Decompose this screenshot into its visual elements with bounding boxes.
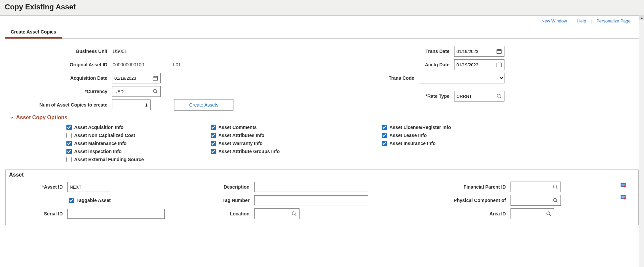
vertical-scrollbar[interactable]: ▴ [639, 15, 644, 267]
create-assets-button[interactable]: Create Assets [174, 99, 233, 111]
asset-group-legend: Asset [9, 172, 24, 178]
physical-component-field[interactable] [511, 195, 561, 206]
option-asset-attributes-info: Asset Attributes Info [209, 131, 380, 139]
taggable-row: Taggable Asset [10, 195, 203, 206]
num-copies-input[interactable] [112, 99, 151, 110]
help-link[interactable]: Help [574, 18, 590, 23]
taggable-checkbox[interactable] [69, 198, 74, 203]
link-separator: | [591, 18, 592, 23]
option-asset-comments: Asset Comments [209, 123, 380, 131]
acctg-date-row: Acctg Date [411, 59, 504, 70]
option-asset-maintenance-info: Asset Maintenance Info [65, 139, 209, 147]
option-label: Asset Non Capitalized Cost [74, 133, 135, 138]
option-checkbox[interactable] [382, 125, 387, 130]
calendar-icon[interactable] [494, 60, 504, 70]
rate-type-label: *Rate Type [411, 93, 451, 99]
rate-type-field[interactable] [454, 91, 504, 102]
location-row: Location [207, 208, 419, 219]
new-window-link[interactable]: New Window [538, 18, 570, 23]
option-checkbox[interactable] [211, 133, 216, 138]
svg-point-1 [153, 89, 156, 92]
acctg-date-field[interactable] [454, 59, 504, 70]
option-label: Asset Attributes Info [218, 133, 264, 138]
option-checkbox[interactable] [382, 141, 387, 146]
financial-parent-id-input[interactable] [511, 182, 550, 192]
option-checkbox[interactable] [211, 141, 216, 146]
option-label: Asset Maintenance Info [74, 141, 126, 146]
personalize-page-link[interactable]: Personalize Page [593, 18, 634, 23]
currency-input[interactable] [112, 87, 150, 96]
option-checkbox[interactable] [211, 149, 216, 154]
asset-copy-options-title: Asset Copy Options [16, 115, 67, 121]
currency-row: *Currency [5, 86, 253, 97]
physical-component-input[interactable] [511, 196, 550, 205]
search-icon[interactable] [150, 86, 160, 96]
svg-rect-3 [497, 63, 501, 67]
calendar-icon[interactable] [150, 73, 160, 83]
related-link-icon[interactable] [620, 194, 626, 200]
search-icon[interactable] [289, 209, 299, 219]
option-checkbox[interactable] [66, 149, 72, 154]
option-label: Asset License/Register Info [389, 125, 451, 130]
financial-parent-id-label: Financial Parent ID [423, 184, 507, 190]
svg-rect-2 [497, 50, 501, 54]
serial-id-row: Serial ID [10, 208, 203, 219]
option-checkbox[interactable] [66, 125, 72, 130]
option-checkbox[interactable] [66, 133, 72, 138]
tag-number-row: Tag Number [207, 195, 419, 206]
original-asset-id-extra: L01 [172, 62, 181, 67]
option-checkbox[interactable] [382, 133, 387, 138]
rate-type-input[interactable] [454, 91, 494, 101]
tab-create-asset-copies[interactable]: Create Asset Copies [5, 26, 62, 39]
chevron-down-icon [9, 115, 14, 120]
option-label: Asset External Funding Source [74, 157, 144, 162]
option-asset-license-register-info: Asset License/Register Info [380, 123, 639, 131]
option-checkbox[interactable] [211, 125, 216, 130]
description-input[interactable] [254, 182, 368, 192]
area-id-input[interactable] [511, 209, 544, 218]
location-input[interactable] [255, 209, 289, 218]
acctg-date-input[interactable] [454, 60, 494, 69]
trans-code-row: Trans Code [375, 72, 504, 84]
area-id-label: Area ID [423, 211, 507, 216]
physical-component-label: Physical Component of [423, 198, 507, 203]
option-label: Asset Inspection Info [74, 149, 122, 154]
acquisition-date-field[interactable] [112, 73, 161, 83]
calendar-icon[interactable] [494, 46, 504, 56]
svg-point-7 [553, 198, 556, 201]
search-icon[interactable] [494, 91, 504, 101]
page-title: Copy Existing Asset [5, 3, 76, 11]
business-unit-label: Business Unit [5, 49, 109, 54]
related-link-icon[interactable] [620, 182, 626, 188]
asset-id-label: *Asset ID [10, 184, 64, 190]
search-icon[interactable] [550, 195, 560, 205]
asset-copy-options-toggle[interactable]: Asset Copy Options [5, 113, 639, 123]
business-unit-row: Business Unit US001 [5, 46, 253, 57]
asset-id-input[interactable] [67, 182, 111, 192]
currency-field[interactable] [112, 86, 161, 97]
search-icon[interactable] [544, 209, 554, 219]
options-grid: Asset Acquisition InfoAsset Non Capitali… [5, 123, 639, 163]
area-id-field[interactable] [511, 208, 554, 219]
asset-group: Asset *Asset ID Taggable Asset Serial ID [5, 170, 639, 225]
trans-date-input[interactable] [454, 47, 494, 56]
trans-date-field[interactable] [454, 46, 504, 57]
location-field[interactable] [254, 208, 300, 219]
option-checkbox[interactable] [66, 157, 72, 162]
option-checkbox[interactable] [66, 141, 72, 146]
search-icon[interactable] [550, 182, 560, 192]
original-asset-id-label: Original Asset ID [5, 62, 109, 67]
option-label: Asset Warranty Info [218, 141, 263, 146]
financial-parent-id-field[interactable] [511, 182, 561, 192]
scroll-up-arrow[interactable]: ▴ [639, 15, 644, 20]
trans-code-select[interactable] [419, 73, 504, 83]
svg-rect-0 [153, 76, 158, 80]
option-label: Asset Lease Info [389, 133, 427, 138]
trans-code-label: Trans Code [375, 75, 416, 81]
serial-id-input[interactable] [67, 209, 165, 219]
option-asset-insurance-info: Asset Insurance Info [380, 139, 639, 147]
acquisition-date-input[interactable] [112, 73, 150, 83]
num-copies-row: Num of Asset Copies to create Create Ass… [5, 99, 253, 111]
tag-number-input[interactable] [254, 195, 368, 205]
option-asset-non-capitalized-cost: Asset Non Capitalized Cost [65, 131, 209, 139]
